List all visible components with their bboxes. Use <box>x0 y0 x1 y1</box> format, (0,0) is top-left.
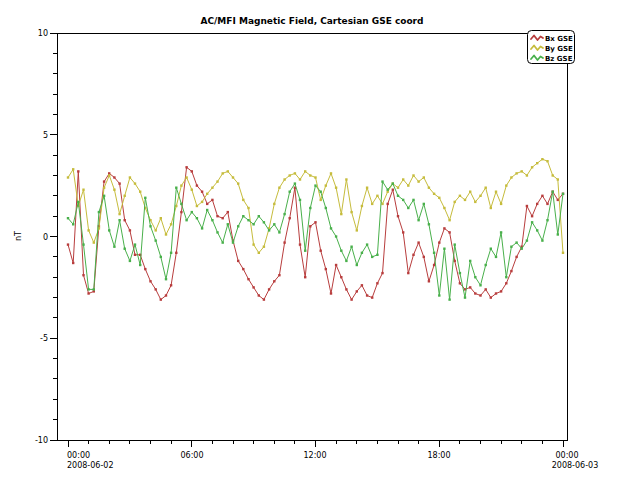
data-point <box>356 229 358 231</box>
data-point <box>72 168 74 170</box>
legend[interactable]: Bx GSE By GSE Bz GSE <box>528 31 575 64</box>
y-tick-label: -10 <box>35 436 48 445</box>
data-point <box>67 243 69 245</box>
data-point <box>196 217 198 219</box>
data-point <box>521 170 523 172</box>
data-point <box>314 184 316 186</box>
start-date-label: 2008-06-02 <box>67 461 114 470</box>
data-point <box>304 276 306 278</box>
data-point <box>139 264 141 266</box>
data-point <box>541 239 543 241</box>
data-point <box>366 243 368 245</box>
data-point <box>371 256 373 258</box>
data-point <box>402 178 404 180</box>
data-point <box>247 278 249 280</box>
data-point <box>108 229 110 231</box>
data-point <box>459 282 461 284</box>
data-point <box>402 199 404 201</box>
data-point <box>191 170 193 172</box>
data-point <box>510 246 512 248</box>
data-point <box>87 292 89 294</box>
data-point <box>469 260 471 262</box>
data-point <box>247 219 249 221</box>
data-point <box>227 211 229 213</box>
data-point <box>340 250 342 252</box>
data-point <box>299 199 301 201</box>
data-point <box>371 203 373 205</box>
legend-label-bx: Bx GSE <box>545 35 573 43</box>
data-point <box>196 184 198 186</box>
data-point <box>222 241 224 243</box>
data-point <box>309 225 311 227</box>
data-point <box>175 252 177 254</box>
data-point <box>490 248 492 250</box>
data-point <box>124 195 126 197</box>
data-point <box>201 227 203 229</box>
data-point <box>485 288 487 290</box>
data-point <box>536 203 538 205</box>
data-point <box>557 199 559 201</box>
y-tick-label: -5 <box>40 334 48 343</box>
data-point <box>103 180 105 182</box>
data-point <box>454 243 456 245</box>
data-point <box>474 201 476 203</box>
data-point <box>423 176 425 178</box>
data-point <box>134 254 136 256</box>
data-point <box>314 221 316 223</box>
data-point <box>546 219 548 221</box>
data-point <box>252 286 254 288</box>
data-point <box>196 205 198 207</box>
data-point <box>330 172 332 174</box>
data-point <box>438 197 440 199</box>
data-point <box>526 239 528 241</box>
data-point <box>546 160 548 162</box>
data-point <box>108 174 110 176</box>
data-point <box>113 189 115 191</box>
data-point <box>82 274 84 276</box>
data-point <box>397 215 399 217</box>
data-point <box>149 280 151 282</box>
data-point <box>185 176 187 178</box>
data-point <box>108 172 110 174</box>
data-point <box>438 241 440 243</box>
data-point <box>412 199 414 201</box>
data-point <box>227 170 229 172</box>
data-series-group <box>67 158 564 301</box>
data-point <box>526 205 528 207</box>
magnetic-field-chart: AC/MFI Magnetic Field, Cartesian GSE coo… <box>0 0 640 480</box>
plot-area[interactable] <box>57 33 567 440</box>
data-point <box>247 207 249 209</box>
data-point <box>113 176 115 178</box>
data-point <box>289 191 291 193</box>
data-point <box>376 195 378 197</box>
data-point <box>283 241 285 243</box>
data-point <box>165 294 167 296</box>
data-point <box>562 252 564 254</box>
data-point <box>536 162 538 164</box>
data-point <box>87 288 89 290</box>
data-point <box>474 276 476 278</box>
data-point <box>237 225 239 227</box>
data-point <box>129 229 131 231</box>
data-point <box>433 264 435 266</box>
y-tick-label: 0 <box>43 233 48 242</box>
data-point <box>417 219 419 221</box>
data-point <box>531 215 533 217</box>
data-point <box>510 270 512 272</box>
data-point <box>381 180 383 182</box>
data-point <box>144 197 146 199</box>
data-point <box>335 235 337 237</box>
data-point <box>103 187 105 189</box>
data-point <box>433 252 435 254</box>
data-point <box>263 221 265 223</box>
data-point <box>273 203 275 205</box>
data-point <box>557 178 559 180</box>
data-point <box>232 241 234 243</box>
data-point <box>510 176 512 178</box>
data-point <box>541 158 543 160</box>
data-point <box>381 203 383 205</box>
data-point <box>273 223 275 225</box>
data-point <box>299 178 301 180</box>
series-markers-bz-gse <box>67 180 564 300</box>
data-point <box>495 256 497 258</box>
